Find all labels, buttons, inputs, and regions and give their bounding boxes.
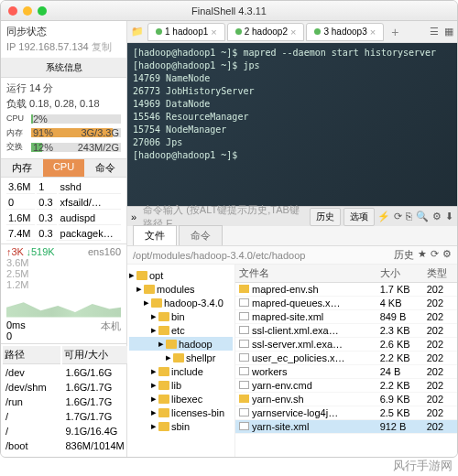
minimize-icon[interactable] [23,6,32,16]
session-tab[interactable]: 2 hadoop2 × [227,23,305,41]
file-pane: ▸ opt▸ modules▸ hadoop-3.4.0▸ bin▸ etc▸ … [127,265,457,457]
tree-node[interactable]: ▸ libexec [129,392,233,406]
tree-node[interactable]: ▸ shellpr [129,351,233,364]
net-up: ↑3K [6,246,24,257]
app-title: FinalShell 4.3.11 [191,5,267,16]
path-text[interactable]: /opt/modules/hadoop-3.4.0/etc/hadoop [133,250,305,261]
sync-panel: 同步状态 IP 192.168.57.134 复制 [1,21,126,59]
tree-node[interactable]: ▸ etc [129,323,233,337]
process-table: 3.6M1sshd00.3xfsaild/…1.6M0.3audispd7.4M… [1,178,126,243]
options-button[interactable]: 选项 [344,208,375,226]
disk-table: 路径可用/大小/dev1.6G/1.6G/dev/shm1.6G/1.7G/ru… [1,343,129,459]
sync-title: 同步状态 [6,25,121,38]
file-row[interactable]: ssl-server.xml.exa…2.6 KB202 [235,338,457,352]
tab-command[interactable]: 命令 [179,225,223,245]
close-icon[interactable] [8,6,17,16]
refresh-icon[interactable]: ⟳ [431,248,439,262]
zoom-icon[interactable] [38,6,47,16]
copy-icon[interactable]: ⎘ [406,211,412,222]
command-bar: » 命令输入 (按ALT键提示历史,TAB键路径,E… 历史 选项 ⚡ ⟳ ⎘ … [127,206,457,226]
tree-node[interactable]: ▸ sbin [129,419,233,433]
tree-node[interactable]: ▸ licenses-bin [129,406,233,419]
app-window: FinalShell 4.3.11 同步状态 IP 192.168.57.134… [0,0,458,458]
tree-node[interactable]: ▸ hadoop [129,337,233,351]
sysinfo-header: 系统信息 [1,59,126,78]
refresh-icon[interactable]: ⟳ [394,211,402,222]
file-row[interactable]: yarnservice-log4j…2.5 KB202 [235,406,457,420]
net-down: ↓519K [26,246,54,257]
tab-cmd[interactable]: 命令 [84,159,126,177]
download-icon[interactable]: ⬇ [445,211,453,222]
gear-icon[interactable]: ⚙ [442,248,452,262]
process-row[interactable]: 3.6M1sshd [6,180,121,194]
file-list[interactable]: 文件名大小类型mapred-env.sh1.7 KB202mapred-queu… [235,265,457,457]
grid-icon[interactable]: ▦ [444,26,453,38]
file-row[interactable]: user_ec_policies.x…2.2 KB202 [235,352,457,365]
tree-node[interactable]: ▸ bin [129,309,233,323]
tab-file[interactable]: 文件 [133,225,177,245]
process-row[interactable]: 7.4M0.3packagek… [6,227,121,241]
proc-tabs: 内存 CPU 命令 [1,158,126,178]
disk-row[interactable]: /9.1G/16.4G [3,425,127,438]
cpu-bar: 2% [31,114,121,124]
disk-row[interactable]: /boot/efi589M/598M [3,454,127,459]
bottom-tabs: 文件 命令 [127,226,457,246]
file-row[interactable]: mapred-queues.x…4 KB202 [235,297,457,310]
search-icon[interactable]: 🔍 [416,211,429,222]
copy-button[interactable]: 复制 [92,41,112,52]
watermark: 风行手游网 [393,458,453,474]
uptime: 运行 14 分 [6,81,121,96]
file-row[interactable]: mapred-env.sh1.7 KB202 [235,283,457,297]
session-tab[interactable]: 1 hadoop1 × [147,23,225,41]
session-tab[interactable]: 3 hadoop3 × [306,23,384,41]
file-row[interactable]: yarn-site.xml912 B202 [235,420,457,434]
file-row[interactable]: mapred-site.xml849 B202 [235,310,457,324]
disk-row[interactable]: /boot836M/1014M [3,439,127,452]
bolt-icon[interactable]: ⚡ [377,211,390,222]
file-row[interactable]: workers24 B202 [235,365,457,379]
load: 负载 0.18, 0.28, 0.18 [6,96,121,112]
tree-node[interactable]: ▸ hadoop-3.4.0 [129,296,233,309]
tree-node[interactable]: ▸ modules [129,282,233,296]
path-history-button[interactable]: 历史 [394,248,414,262]
tree-node[interactable]: ▸ opt [129,268,233,282]
disk-row[interactable]: /dev/shm1.6G/1.7G [3,381,127,394]
folder-tree[interactable]: ▸ opt▸ modules▸ hadoop-3.4.0▸ bin▸ etc▸ … [127,265,235,457]
net-sparkline [6,292,121,318]
close-tab-icon[interactable]: × [211,27,216,38]
disk-row[interactable]: /1.7G/1.7G [3,410,127,423]
star-icon[interactable]: ★ [418,248,427,262]
disk-row[interactable]: /dev1.6G/1.6G [3,366,127,379]
tree-node[interactable]: ▸ include [129,364,233,378]
folder-icon[interactable]: 📁 [131,26,146,38]
close-tab-icon[interactable]: × [290,27,296,38]
terminal[interactable]: [hadoop@hadoop1 ~]$ mapred --daemon star… [127,43,457,206]
history-button[interactable]: 历史 [310,208,341,226]
disk-row[interactable]: /run1.6G/1.7G [3,395,127,408]
process-row[interactable]: 00.3xfsaild/… [6,196,121,210]
list-icon[interactable]: ☰ [430,26,439,38]
session-tabbar: 📁 1 hadoop1 ×2 hadoop2 ×3 hadoop3 × + ☰ … [127,21,457,43]
close-tab-icon[interactable]: × [370,27,376,38]
file-row[interactable]: yarn-env.cmd2.2 KB202 [235,379,457,393]
tree-node[interactable]: ▸ lib [129,378,233,392]
file-row[interactable]: yarn-env.sh6.9 KB202 [235,393,457,406]
tab-mem[interactable]: 内存 [1,159,43,177]
ip-value: 192.168.57.134 [18,41,88,52]
path-bar: /opt/modules/hadoop-3.4.0/etc/hadoop 历史 … [127,246,457,265]
net-iface[interactable]: ens160 [88,246,121,257]
swap-bar: 12%243M/2G [31,143,121,152]
file-row[interactable]: ssl-client.xml.exa…2.3 KB202 [235,324,457,338]
titlebar: FinalShell 4.3.11 [1,1,457,21]
sidebar: 同步状态 IP 192.168.57.134 复制 系统信息 运行 14 分 负… [1,21,127,457]
add-tab-button[interactable]: + [386,25,404,39]
mem-bar: 91%3G/3.3G [31,128,121,137]
settings-icon[interactable]: ⚙ [432,211,442,222]
process-row[interactable]: 1.6M0.3audispd [6,211,121,225]
tab-cpu[interactable]: CPU [43,159,85,177]
main-pane: 📁 1 hadoop1 ×2 hadoop2 ×3 hadoop3 × + ☰ … [127,21,457,457]
prompt-icon: » [131,211,136,222]
window-controls [8,6,47,16]
